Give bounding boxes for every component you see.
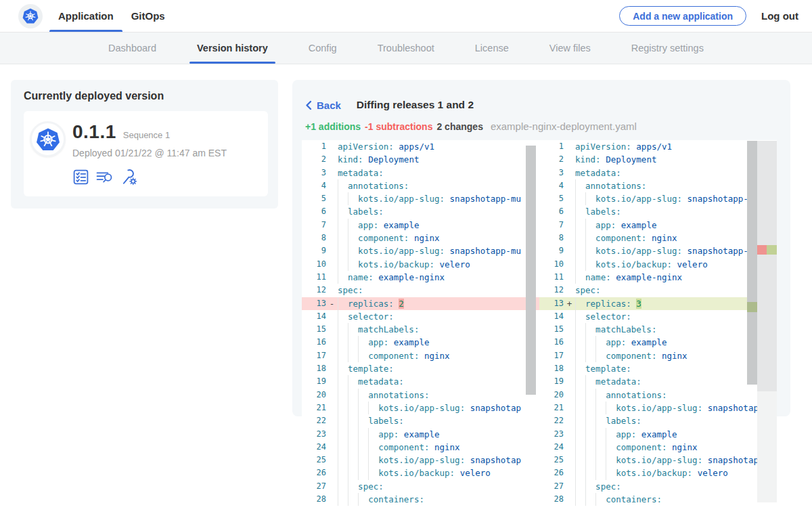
- code-line: 17 component: nginx: [302, 349, 539, 362]
- code-line: 22 labels:: [302, 414, 539, 427]
- code-line: 15 matchLabels:: [302, 323, 539, 336]
- code-line: 6 labels:: [302, 205, 539, 218]
- code-line: 28 containers:: [302, 493, 539, 506]
- logout-link[interactable]: Log out: [761, 10, 804, 22]
- subnav-item-license[interactable]: License: [468, 32, 516, 64]
- code-line: 7 app: example: [302, 219, 539, 232]
- subnav-item-registry-settings[interactable]: Registry settings: [624, 32, 711, 64]
- code-line: 14 selector:: [302, 310, 539, 323]
- code-line: 4 annotations:: [539, 179, 777, 192]
- kubernetes-app-icon: [36, 127, 60, 152]
- code-line: 10 kots.io/backup: velero: [302, 258, 539, 271]
- code-line: 18 template:: [302, 362, 539, 375]
- chevron-left-icon: [305, 100, 312, 110]
- code-line: 7 app: example: [539, 219, 777, 232]
- code-line: 11 name: example-nginx: [302, 271, 539, 284]
- diff-stats: +1 additions -1 subtractions 2 changes e…: [292, 111, 790, 132]
- scrollbar-original[interactable]: [526, 146, 536, 395]
- code-line: 26 kots.io/backup: velero: [302, 467, 539, 479]
- deployed-version-tile: 0.1.1 Sequence 1 Deployed 01/21/22 @ 11:…: [24, 111, 268, 196]
- code-line: 3metadata:: [302, 167, 539, 179]
- overview-ruler: [757, 141, 777, 391]
- ruler-deletion-marker: [757, 245, 767, 255]
- code-line: 3metadata:: [539, 167, 777, 179]
- top-tab-gitops[interactable]: GitOps: [122, 0, 174, 32]
- code-line: 19 metadata:: [302, 375, 539, 388]
- code-line: 22 labels:: [539, 414, 777, 427]
- code-line: 19 metadata:: [539, 375, 777, 388]
- code-line: 2kind: Deployment: [302, 153, 539, 166]
- code-line: 1apiVersion: apps/v1: [539, 140, 777, 153]
- code-line: 12spec:: [539, 284, 777, 297]
- code-line: 24 component: nginx: [302, 441, 539, 454]
- diff-panel-original: 1apiVersion: apps/v12kind: Deployment3me…: [302, 140, 539, 520]
- code-line: 1apiVersion: apps/v1: [302, 140, 539, 153]
- back-link[interactable]: Back: [305, 100, 341, 111]
- code-line: 28 containers:: [539, 493, 777, 506]
- subnav-item-config[interactable]: Config: [301, 32, 344, 64]
- deployed-timestamp: Deployed 01/21/22 @ 11:47 am EST: [72, 148, 227, 158]
- kubernetes-logo-icon: [22, 8, 39, 24]
- code-line: 24 component: nginx: [539, 441, 777, 454]
- subnav-item-troubleshoot[interactable]: Troubleshoot: [370, 32, 442, 64]
- view-files-icon[interactable]: [95, 169, 114, 186]
- subtractions-count: -1 subtractions: [365, 121, 432, 132]
- code-line: 20 annotations:: [539, 389, 777, 402]
- changes-count: 2 changes: [436, 121, 482, 132]
- subnav-item-version-history[interactable]: Version history: [189, 32, 275, 64]
- code-line: 4 annotations:: [302, 179, 539, 192]
- subnav-item-view-files[interactable]: View files: [542, 32, 598, 64]
- code-line: 23 app: example: [539, 428, 777, 441]
- code-line: 20 annotations:: [302, 389, 539, 402]
- diff-releases-card: Back Diffing releases 1 and 2 +1 additio…: [292, 80, 790, 416]
- code-line: 5 kots.io/app-slug: snapshotapp-mu: [539, 192, 777, 205]
- diff-title: Diffing releases 1 and 2: [357, 99, 474, 111]
- subnav-item-dashboard[interactable]: Dashboard: [101, 32, 164, 64]
- code-line: 9 kots.io/app-slug: snapshotapp-mu: [302, 244, 539, 257]
- code-line: 13- replicas: 2: [302, 297, 539, 310]
- code-line: 9 kots.io/app-slug: snapshotapp-mu: [539, 244, 777, 257]
- code-line: 18 template:: [539, 362, 777, 375]
- app-sub-nav: DashboardVersion historyConfigTroublesho…: [0, 32, 812, 64]
- kubernetes-logo[interactable]: [18, 4, 43, 28]
- ruler-addition-marker: [767, 245, 777, 255]
- scrollbar-addition-marker: [747, 302, 757, 312]
- code-line: 26 kots.io/backup: velero: [539, 467, 777, 479]
- code-line: 11 name: example-nginx: [539, 271, 777, 284]
- code-line: 2kind: Deployment: [539, 153, 777, 166]
- code-line: 27 spec:: [539, 480, 777, 493]
- code-line: 15 matchLabels:: [539, 323, 777, 336]
- code-line: 14 selector:: [539, 310, 777, 323]
- top-tabs: ApplicationGitOps: [49, 0, 174, 32]
- diff-filename: example-nginx-deployment.yaml: [491, 121, 637, 132]
- code-line: 10 kots.io/backup: velero: [539, 258, 777, 271]
- code-line: 6 labels:: [539, 205, 777, 218]
- add-application-button[interactable]: Add a new application: [619, 6, 746, 26]
- code-line: 25 kots.io/app-slug: snapshotap: [302, 454, 539, 467]
- code-line: 23 app: example: [302, 428, 539, 441]
- code-line: 27 spec:: [302, 480, 539, 493]
- currently-deployed-card: Currently deployed version: [11, 80, 278, 209]
- code-line: 25 kots.io/app-slug: snapshotap: [539, 454, 777, 467]
- code-line: 5 kots.io/app-slug: snapshotapp-mu: [302, 192, 539, 205]
- additions-count: +1 additions: [305, 121, 361, 132]
- code-line: 12spec:: [302, 284, 539, 297]
- top-tab-application[interactable]: Application: [49, 0, 122, 32]
- code-line: 21 kots.io/app-slug: snapshotap: [539, 402, 777, 414]
- code-line: 8 component: nginx: [302, 232, 539, 244]
- code-line: 8 component: nginx: [539, 232, 777, 244]
- scrollbar-modified[interactable]: [747, 141, 757, 385]
- deployed-card-title: Currently deployed version: [24, 90, 268, 102]
- version-action-icons: [72, 168, 227, 186]
- preflight-checklist-icon[interactable]: [72, 169, 89, 186]
- configure-icon[interactable]: [120, 168, 138, 186]
- app-icon-badge: [32, 123, 64, 155]
- code-line: 17 component: nginx: [539, 349, 777, 362]
- overview-ruler-track: [757, 391, 777, 502]
- code-line: 13+ replicas: 3: [539, 297, 777, 310]
- top-nav: ApplicationGitOps Add a new application …: [0, 0, 812, 32]
- sequence-label: Sequence 1: [123, 130, 170, 140]
- diff-panel-modified: 1apiVersion: apps/v12kind: Deployment3me…: [539, 140, 777, 520]
- diff-editor: 1apiVersion: apps/v12kind: Deployment3me…: [302, 140, 777, 520]
- main-content: Currently deployed version: [0, 64, 812, 416]
